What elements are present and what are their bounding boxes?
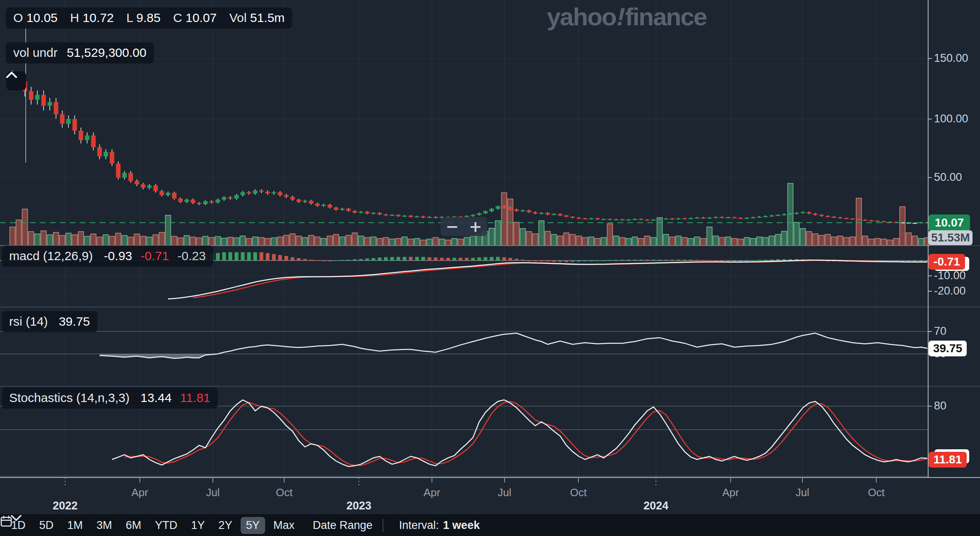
macd-signal-line (193, 260, 927, 297)
macd-value: -0.93 (104, 249, 132, 263)
ohlc-readout: O 10.05 H 10.72 L 9.85 C 10.07 Vol 51.5m (6, 7, 292, 29)
time-axis-month-label: Jul (497, 486, 511, 499)
range-button-3m[interactable]: 3M (91, 517, 118, 534)
axis-tick-mark (928, 119, 932, 119)
low-value: 9.85 (136, 11, 160, 24)
stoch-name: Stochastics (14,n,3,3) (9, 391, 129, 404)
time-axis-year-label: 2023 (346, 499, 371, 512)
stoch-axis-label: 80 (934, 400, 946, 412)
last-price-badge: 10.07 (929, 214, 970, 231)
time-axis-month-label: Apr (132, 486, 148, 499)
axis-tick-mark (928, 275, 932, 276)
range-button-ytd[interactable]: YTD (150, 517, 183, 534)
zoom-out-button[interactable]: − (441, 219, 463, 234)
volume-label: Vol (229, 11, 247, 24)
vol-undr-value: 51,529,300.00 (67, 46, 146, 59)
range-button-5y[interactable]: 5Y (241, 517, 265, 534)
interval-dropdown[interactable]: Interval: 1 week (399, 519, 480, 532)
time-axis-month-label: Oct (276, 486, 293, 499)
vol-undr-label: vol undr (13, 46, 58, 59)
axis-tick-mark (928, 406, 932, 407)
chart-toolbar: 1D5D1M3M6MYTD1Y2Y5YMax Date Range Interv… (0, 514, 980, 536)
interval-value: 1 week (443, 519, 480, 532)
macd-signal-value: -0.71 (141, 249, 169, 263)
stoch-k-line (112, 400, 927, 467)
toolbar-divider (383, 519, 383, 532)
interval-label: Interval: (399, 519, 439, 532)
low-label: L (127, 11, 133, 24)
rsi-value-badge: 39.75 (929, 341, 967, 356)
logo-finance: finance (625, 3, 707, 31)
price-axis-label: 50.00 (934, 171, 962, 184)
time-axis-month-label: Apr (722, 486, 739, 499)
macd-axis-label: -10.00 (934, 269, 966, 282)
zoom-controls: − + (441, 217, 487, 236)
time-axis-year-label: 2024 (644, 499, 668, 512)
macd-signal-badge: -0.71 (929, 254, 965, 270)
close-value: 10.07 (185, 11, 217, 24)
time-axis-month-label: Jul (206, 486, 219, 499)
range-button-1y[interactable]: 1Y (186, 517, 210, 534)
time-axis-year-label: 2022 (53, 499, 78, 512)
range-buttons: 1D5D1M3M6MYTD1Y2Y5YMax (6, 517, 303, 534)
chevron-up-icon (6, 71, 17, 78)
stoch-d-line (124, 402, 927, 465)
date-range-button[interactable]: Date Range (309, 519, 373, 532)
rsi-line (100, 333, 927, 358)
macd-legend: macd (12,26,9) -0.93 -0.71 -0.23 (2, 246, 213, 267)
price-axis-label: 100.00 (934, 112, 968, 125)
price-axis-label: 150.00 (934, 52, 968, 65)
macd-hist-value: -0.23 (178, 249, 206, 263)
rsi-name: rsi (14) (9, 314, 48, 328)
range-button-max[interactable]: Max (268, 517, 300, 534)
range-button-2y[interactable]: 2Y (213, 517, 238, 534)
range-button-5d[interactable]: 5D (34, 517, 59, 534)
close-label: C (173, 11, 182, 24)
yahoo-finance-chart-app: yahoo!finance O 10.05 H 10.72 L 9.85 C 1… (0, 0, 980, 536)
volume-under-readout: vol undr 51,529,300.00 (6, 42, 154, 63)
time-axis-month-label: Apr (424, 486, 440, 499)
macd-name: macd (12,26,9) (9, 249, 93, 263)
rsi-value: 39.75 (59, 314, 90, 328)
logo-yahoo: yahoo (547, 3, 616, 31)
volume-value: 51.5m (250, 11, 285, 24)
date-range-label: Date Range (313, 519, 373, 532)
open-label: O (13, 11, 23, 24)
high-value: 10.72 (83, 11, 114, 24)
time-axis-month-label: Oct (570, 486, 587, 499)
stoch-k-value: 13.44 (141, 391, 172, 404)
rsi-legend: rsi (14) 39.75 (2, 311, 98, 332)
yahoo-finance-logo: yahoo!finance (547, 2, 707, 31)
range-button-6m[interactable]: 6M (120, 517, 147, 534)
range-button-1m[interactable]: 1M (62, 517, 88, 534)
axis-tick-mark (928, 291, 932, 292)
axis-tick-mark (928, 58, 932, 59)
chevron-down-icon (11, 515, 22, 521)
time-axis-month-label: Jul (795, 486, 809, 499)
zoom-in-button[interactable]: + (465, 219, 486, 234)
high-label: H (70, 11, 79, 24)
time-axis-month-label: Oct (868, 486, 885, 499)
open-value: 10.05 (27, 11, 58, 24)
last-volume-badge: 51.53M (929, 230, 973, 245)
macd-axis-label: -20.00 (934, 285, 966, 297)
axis-tick-mark (928, 177, 932, 178)
axis-tick-mark (928, 331, 932, 332)
stochastics-legend: Stochastics (14,n,3,3) 13.44 11.81 (2, 387, 218, 409)
stoch-d-badge: 11.81 (929, 452, 967, 468)
stoch-d-value: 11.81 (180, 391, 210, 404)
collapse-legend-button[interactable] (6, 71, 26, 90)
rsi-axis-label: 70 (934, 325, 946, 338)
